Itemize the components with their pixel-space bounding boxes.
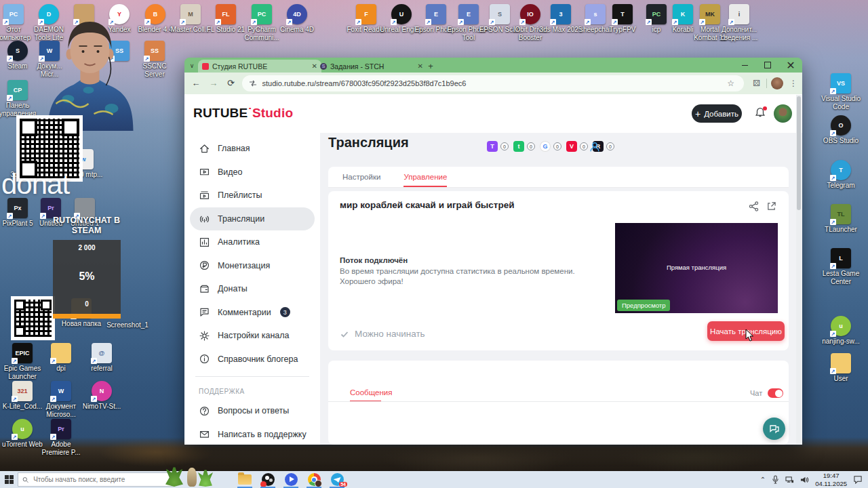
viewers-person-icon[interactable] — [589, 141, 601, 156]
extensions-icon[interactable]: ⚄ — [751, 79, 763, 88]
premiere-icon[interactable]: Pr↗Adobe Premiere P... — [39, 419, 83, 456]
platform-viewer-count: 0 — [553, 142, 561, 150]
taskbar-search[interactable] — [18, 472, 175, 487]
screenshot1-label[interactable]: Screenshot_1 — [106, 320, 149, 329]
cinema4d-icon[interactable]: 4D↗Cinema 4D — [275, 4, 319, 34]
close-button[interactable]: ✕ — [779, 58, 802, 73]
shortcut-arrow-icon: ↗ — [50, 396, 56, 402]
taskbar-clock[interactable]: 19:47 04.11.2025 — [815, 472, 847, 487]
maximize-button[interactable] — [756, 58, 779, 73]
sidebar-item-analytics[interactable]: Аналитика — [190, 230, 315, 254]
desktop-icon-label: dpi — [39, 365, 83, 373]
windows-logo-icon — [5, 475, 14, 484]
nanjing-icon[interactable]: u↗nanjing-sw... — [819, 316, 863, 346]
extra-info-icon[interactable]: i↗Дополнит... сведения ... — [717, 4, 761, 41]
chat-toggle[interactable] — [768, 388, 783, 398]
sidebar-item-support[interactable]: Написать в поддержку — [190, 423, 315, 445]
sidebar-item-faq[interactable]: Вопросы и ответы — [190, 399, 315, 423]
obs-icon[interactable]: O↗OBS Studio — [819, 115, 863, 145]
sidebar-item-video[interactable]: Видео — [190, 161, 315, 184]
shortcut-arrow-icon: ↗ — [830, 368, 836, 374]
notifications-bell-icon[interactable] — [754, 106, 768, 120]
sidebar-item-channel-settings[interactable]: Настройки канала — [190, 324, 315, 348]
address-bar[interactable]: studio.rutube.ru/stream/678003fc950f2923… — [242, 75, 743, 92]
search-input[interactable] — [32, 475, 170, 484]
forward-button[interactable]: → — [208, 77, 220, 89]
tlauncher-icon[interactable]: TL↗TLauncher — [819, 204, 863, 234]
tab-settings[interactable]: Настройки — [342, 173, 380, 187]
tab-search-icon[interactable]: ∨ — [188, 62, 196, 70]
shortcut-arrow-icon: ↗ — [425, 19, 431, 25]
microphone-icon[interactable] — [772, 475, 779, 484]
word-doc2-icon[interactable]: W↗Документ Microso... — [39, 381, 83, 418]
action-center-icon[interactable] — [853, 475, 863, 484]
site-info-icon[interactable] — [249, 79, 257, 87]
trovo-icon[interactable]: t — [513, 141, 524, 152]
sidebar-item-label: Плейлисты — [218, 190, 262, 200]
referral-icon[interactable]: @↗referral — [80, 343, 123, 373]
shortcut-arrow-icon: ↗ — [830, 331, 836, 337]
back-button[interactable]: ← — [190, 77, 202, 89]
search-icon — [22, 476, 28, 483]
donat-overlay-text: donat — [1, 168, 69, 201]
tab-messages[interactable]: Сообщения — [350, 388, 392, 396]
taskbar-app-chrome[interactable] — [302, 471, 326, 488]
rutube-studio-logo[interactable]: RUTUBE˙Studio — [193, 106, 293, 121]
tab-management[interactable]: Управление — [403, 173, 447, 187]
telegram-icon[interactable]: T↗Telegram — [819, 160, 863, 190]
page-scrollbar[interactable] — [796, 95, 802, 444]
sidebar-item-label: Написать в поддержку — [218, 430, 307, 439]
external-link-icon[interactable] — [766, 201, 776, 214]
premiere-icon: Pr↗ — [51, 419, 71, 439]
browser-profile-avatar[interactable] — [771, 77, 783, 89]
nimotv-icon[interactable]: N↗NimoTV-St... — [80, 381, 123, 411]
sidebar-item-broadcasts[interactable]: Трансляции — [190, 207, 315, 231]
bookmark-star-icon[interactable]: ☆ — [725, 79, 737, 88]
ready-status: Можно начинать — [340, 329, 425, 339]
desktop-icon-label: OBS Studio — [819, 137, 863, 145]
tab-close-icon[interactable]: ✕ — [418, 62, 423, 70]
new-tab-button[interactable]: + — [426, 62, 435, 71]
minimize-button[interactable] — [733, 58, 756, 73]
sidebar-item-comments[interactable]: Комментарии3 — [190, 301, 315, 325]
vscode-icon[interactable]: VS↗Visual Studio Code — [819, 73, 863, 110]
taskbar-app-obs[interactable] — [256, 471, 279, 488]
sidebar-item-blogger-guide[interactable]: Справочник блогера — [190, 348, 315, 371]
shortcut-arrow-icon: ↗ — [550, 19, 556, 25]
google-icon[interactable]: G — [540, 141, 551, 152]
sidebar-item-playlists[interactable]: Плейлисты — [190, 184, 315, 207]
start-button[interactable] — [0, 471, 18, 488]
shortcut-arrow-icon: ↗ — [91, 396, 97, 402]
tray-expand-icon[interactable]: ⌃ — [760, 476, 766, 483]
share-icon[interactable] — [749, 201, 759, 214]
studio-profile-avatar[interactable] — [774, 104, 792, 123]
klite-icon[interactable]: 321↗K-Lite_Cod... — [1, 381, 44, 411]
sidebar-item-home[interactable]: Главная — [190, 137, 315, 161]
rutube-studio-page: RUTUBE˙Studio + Добавить ГлавнаяВидеоПле… — [184, 94, 802, 445]
twitch-icon[interactable]: T — [487, 141, 498, 152]
vk-live-icon[interactable]: V — [566, 141, 577, 152]
taskbar-app-telegram[interactable]: 54 — [326, 471, 349, 488]
reload-button[interactable]: ⟳ — [225, 77, 237, 89]
blogger-guide-icon — [199, 353, 210, 365]
sidebar-item-monetization[interactable]: Монетизация — [190, 254, 315, 278]
utorrent-icon[interactable]: u↗uTorrent Web — [1, 419, 44, 449]
speaker-icon[interactable] — [800, 476, 809, 484]
sidebar-item-donates[interactable]: Донаты — [190, 277, 315, 301]
browser-titlebar: ∨ Студия RUTUBE ✕ S Задания - STCH ✕ + ✕ — [184, 58, 802, 73]
tab-rutube-studio[interactable]: Студия RUTUBE ✕ — [198, 60, 321, 73]
obs-icon: O↗ — [831, 115, 851, 136]
epic-icon[interactable]: EPIC↗Epic Games Launcher — [1, 343, 44, 380]
add-button[interactable]: + Добавить — [692, 104, 742, 123]
toolbar-divider — [766, 79, 767, 88]
taskbar-app-messenger[interactable] — [279, 471, 302, 488]
network-icon[interactable] — [785, 476, 794, 484]
floating-chat-button[interactable] — [763, 418, 785, 440]
browser-menu-icon[interactable]: ⋮ — [787, 79, 800, 88]
taskbar-app-explorer[interactable] — [233, 471, 256, 488]
desktop-icon-label: Visual Studio Code — [819, 95, 863, 110]
user-folder-icon[interactable]: ↗User — [819, 353, 863, 383]
tab-stch[interactable]: S Задания - STCH ✕ — [316, 60, 427, 73]
dpi-icon[interactable]: ↗dpi — [39, 343, 83, 373]
lesta-icon[interactable]: L↗Lesta Game Center — [819, 248, 863, 285]
